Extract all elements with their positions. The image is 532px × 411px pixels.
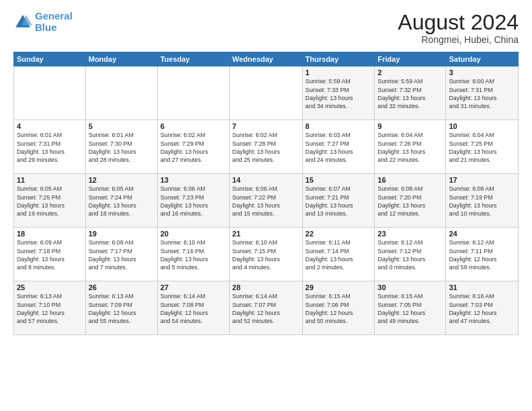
day-info: Sunrise: 6:02 AM Sunset: 7:29 PM Dayligh… xyxy=(161,131,226,164)
day-info: Sunrise: 6:12 AM Sunset: 7:11 PM Dayligh… xyxy=(449,238,515,271)
day-info: Sunrise: 6:09 AM Sunset: 7:18 PM Dayligh… xyxy=(17,238,83,271)
day-info: Sunrise: 6:11 AM Sunset: 7:14 PM Dayligh… xyxy=(306,238,372,271)
day-info: Sunrise: 6:03 AM Sunset: 7:27 PM Dayligh… xyxy=(306,131,372,164)
day-info: Sunrise: 6:10 AM Sunset: 7:16 PM Dayligh… xyxy=(161,238,226,271)
calendar-cell: 24Sunrise: 6:12 AM Sunset: 7:11 PM Dayli… xyxy=(446,228,519,281)
calendar-cell: 10Sunrise: 6:04 AM Sunset: 7:25 PM Dayli… xyxy=(446,120,519,174)
day-info: Sunrise: 6:02 AM Sunset: 7:28 PM Dayligh… xyxy=(232,131,300,164)
col-header-thursday: Thursday xyxy=(302,52,375,66)
calendar-cell: 14Sunrise: 6:06 AM Sunset: 7:22 PM Dayli… xyxy=(229,174,302,228)
header-row: SundayMondayTuesdayWednesdayThursdayFrid… xyxy=(14,52,519,66)
day-number: 23 xyxy=(378,230,443,238)
day-number: 16 xyxy=(378,176,443,184)
calendar-cell: 7Sunrise: 6:02 AM Sunset: 7:28 PM Daylig… xyxy=(229,120,302,174)
day-info: Sunrise: 6:15 AM Sunset: 7:05 PM Dayligh… xyxy=(378,292,443,325)
day-number: 19 xyxy=(89,230,154,238)
day-info: Sunrise: 5:59 AM Sunset: 7:32 PM Dayligh… xyxy=(378,77,443,110)
calendar-cell: 25Sunrise: 6:13 AM Sunset: 7:10 PM Dayli… xyxy=(14,281,86,335)
col-header-sunday: Sunday xyxy=(14,52,86,66)
day-info: Sunrise: 6:10 AM Sunset: 7:15 PM Dayligh… xyxy=(232,238,300,271)
day-number: 11 xyxy=(17,176,83,184)
calendar-cell: 5Sunrise: 6:01 AM Sunset: 7:30 PM Daylig… xyxy=(85,120,157,174)
col-header-tuesday: Tuesday xyxy=(157,52,229,66)
header: General Blue August 2024 Rongmei, Hubei,… xyxy=(13,11,519,45)
calendar-cell: 26Sunrise: 6:13 AM Sunset: 7:09 PM Dayli… xyxy=(85,281,157,335)
calendar-cell: 31Sunrise: 6:16 AM Sunset: 7:03 PM Dayli… xyxy=(446,281,519,335)
day-number: 12 xyxy=(89,176,154,184)
calendar-cell xyxy=(229,66,302,120)
day-info: Sunrise: 6:16 AM Sunset: 7:03 PM Dayligh… xyxy=(449,292,515,325)
day-number: 8 xyxy=(306,122,372,130)
day-number: 24 xyxy=(449,230,515,238)
day-number: 30 xyxy=(378,283,443,291)
day-number: 21 xyxy=(232,230,300,238)
day-number: 22 xyxy=(306,230,372,238)
day-number: 29 xyxy=(306,283,372,291)
day-number: 3 xyxy=(449,68,515,77)
day-info: Sunrise: 6:01 AM Sunset: 7:31 PM Dayligh… xyxy=(17,131,83,164)
calendar-cell: 16Sunrise: 6:08 AM Sunset: 7:20 PM Dayli… xyxy=(375,174,446,228)
page: General Blue August 2024 Rongmei, Hubei,… xyxy=(0,0,532,411)
week-row-2: 4Sunrise: 6:01 AM Sunset: 7:31 PM Daylig… xyxy=(14,120,519,174)
day-info: Sunrise: 6:05 AM Sunset: 7:25 PM Dayligh… xyxy=(17,185,83,218)
calendar-cell: 30Sunrise: 6:15 AM Sunset: 7:05 PM Dayli… xyxy=(375,281,446,335)
day-number: 4 xyxy=(17,122,83,130)
day-info: Sunrise: 6:08 AM Sunset: 7:19 PM Dayligh… xyxy=(449,185,515,218)
day-info: Sunrise: 6:04 AM Sunset: 7:26 PM Dayligh… xyxy=(378,131,443,164)
day-number: 5 xyxy=(89,122,154,130)
calendar-cell: 13Sunrise: 6:06 AM Sunset: 7:23 PM Dayli… xyxy=(157,174,229,228)
calendar-cell xyxy=(157,66,229,120)
day-info: Sunrise: 6:06 AM Sunset: 7:23 PM Dayligh… xyxy=(161,185,226,218)
day-info: Sunrise: 6:01 AM Sunset: 7:30 PM Dayligh… xyxy=(89,131,154,164)
day-number: 13 xyxy=(161,176,226,184)
calendar-header: SundayMondayTuesdayWednesdayThursdayFrid… xyxy=(14,52,519,66)
day-info: Sunrise: 6:15 AM Sunset: 7:06 PM Dayligh… xyxy=(306,292,372,325)
day-info: Sunrise: 6:04 AM Sunset: 7:25 PM Dayligh… xyxy=(449,131,515,164)
calendar-cell: 19Sunrise: 6:09 AM Sunset: 7:17 PM Dayli… xyxy=(85,228,157,281)
logo: General Blue xyxy=(13,11,73,33)
calendar-cell: 8Sunrise: 6:03 AM Sunset: 7:27 PM Daylig… xyxy=(302,120,375,174)
day-info: Sunrise: 6:12 AM Sunset: 7:12 PM Dayligh… xyxy=(378,238,443,271)
calendar-cell: 12Sunrise: 6:05 AM Sunset: 7:24 PM Dayli… xyxy=(85,174,157,228)
col-header-friday: Friday xyxy=(375,52,446,66)
calendar-cell: 4Sunrise: 6:01 AM Sunset: 7:31 PM Daylig… xyxy=(14,120,86,174)
day-info: Sunrise: 6:06 AM Sunset: 7:22 PM Dayligh… xyxy=(232,185,300,218)
day-info: Sunrise: 6:13 AM Sunset: 7:10 PM Dayligh… xyxy=(17,292,83,325)
title-block: August 2024 Rongmei, Hubei, China xyxy=(398,11,519,45)
day-info: Sunrise: 6:07 AM Sunset: 7:21 PM Dayligh… xyxy=(306,185,372,218)
day-info: Sunrise: 6:05 AM Sunset: 7:24 PM Dayligh… xyxy=(89,185,154,218)
week-row-4: 18Sunrise: 6:09 AM Sunset: 7:18 PM Dayli… xyxy=(14,228,519,281)
calendar-cell: 15Sunrise: 6:07 AM Sunset: 7:21 PM Dayli… xyxy=(302,174,375,228)
logo-text: General Blue xyxy=(35,11,73,33)
day-number: 6 xyxy=(161,122,226,130)
calendar-cell: 18Sunrise: 6:09 AM Sunset: 7:18 PM Dayli… xyxy=(14,228,86,281)
day-number: 25 xyxy=(17,283,83,291)
day-info: Sunrise: 6:14 AM Sunset: 7:08 PM Dayligh… xyxy=(161,292,226,325)
calendar-cell: 2Sunrise: 5:59 AM Sunset: 7:32 PM Daylig… xyxy=(375,66,446,120)
logo-icon xyxy=(13,13,32,32)
calendar-cell: 22Sunrise: 6:11 AM Sunset: 7:14 PM Dayli… xyxy=(302,228,375,281)
week-row-1: 1Sunrise: 5:59 AM Sunset: 7:33 PM Daylig… xyxy=(14,66,519,120)
calendar-cell: 27Sunrise: 6:14 AM Sunset: 7:08 PM Dayli… xyxy=(157,281,229,335)
calendar-cell: 1Sunrise: 5:59 AM Sunset: 7:33 PM Daylig… xyxy=(302,66,375,120)
main-title: August 2024 xyxy=(398,11,519,34)
day-info: Sunrise: 6:14 AM Sunset: 7:07 PM Dayligh… xyxy=(232,292,300,325)
calendar-cell: 20Sunrise: 6:10 AM Sunset: 7:16 PM Dayli… xyxy=(157,228,229,281)
calendar-cell: 28Sunrise: 6:14 AM Sunset: 7:07 PM Dayli… xyxy=(229,281,302,335)
col-header-saturday: Saturday xyxy=(446,52,519,66)
day-info: Sunrise: 6:00 AM Sunset: 7:31 PM Dayligh… xyxy=(449,77,515,110)
day-number: 10 xyxy=(449,122,515,130)
week-row-3: 11Sunrise: 6:05 AM Sunset: 7:25 PM Dayli… xyxy=(14,174,519,228)
day-number: 14 xyxy=(232,176,300,184)
day-number: 26 xyxy=(89,283,154,291)
day-info: Sunrise: 6:13 AM Sunset: 7:09 PM Dayligh… xyxy=(89,292,154,325)
logo-line2: Blue xyxy=(35,21,57,33)
calendar-cell: 17Sunrise: 6:08 AM Sunset: 7:19 PM Dayli… xyxy=(446,174,519,228)
day-number: 31 xyxy=(449,283,515,291)
calendar-body: 1Sunrise: 5:59 AM Sunset: 7:33 PM Daylig… xyxy=(14,66,519,335)
calendar-cell: 6Sunrise: 6:02 AM Sunset: 7:29 PM Daylig… xyxy=(157,120,229,174)
day-number: 18 xyxy=(17,230,83,238)
day-info: Sunrise: 6:08 AM Sunset: 7:20 PM Dayligh… xyxy=(378,185,443,218)
day-number: 9 xyxy=(378,122,443,130)
logo-line1: General xyxy=(35,10,73,21)
